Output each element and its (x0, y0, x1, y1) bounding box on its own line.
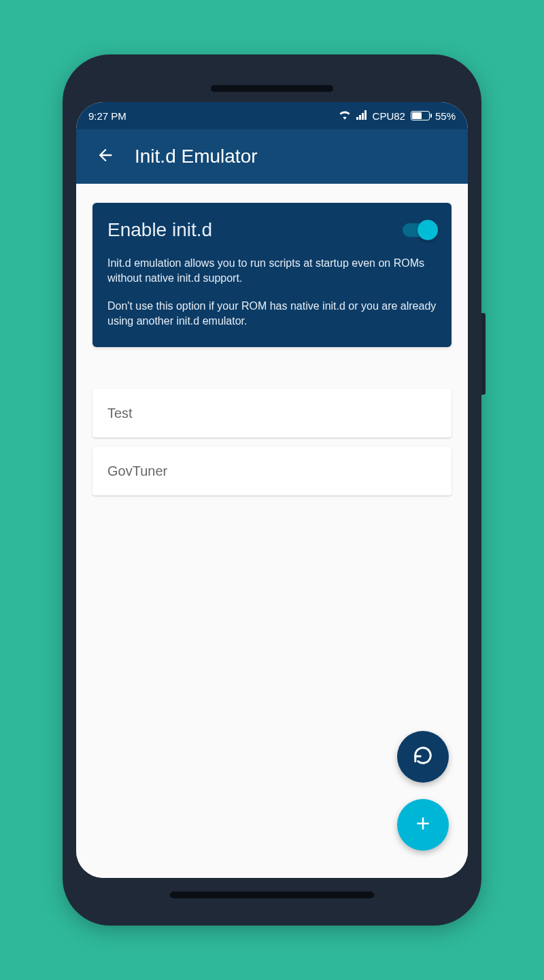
enable-initd-toggle[interactable] (403, 223, 437, 237)
screen: 9:27 PM CPU82 55% Init.d Emulator (76, 102, 468, 878)
card-description: Init.d emulation allows you to run scrip… (107, 256, 437, 329)
script-item[interactable]: Test (92, 389, 452, 438)
svg-rect-0 (356, 117, 358, 120)
card-title: Enable init.d (107, 219, 212, 241)
back-button[interactable] (91, 142, 120, 171)
content: Enable init.d Init.d emulation allows yo… (76, 184, 468, 878)
refresh-fab[interactable] (397, 731, 449, 783)
app-bar: Init.d Emulator (76, 129, 468, 184)
script-item-label: Test (107, 406, 133, 421)
battery-icon (411, 111, 430, 120)
status-bar: 9:27 PM CPU82 55% (76, 102, 468, 129)
card-desc-line2: Don't use this option if your ROM has na… (107, 299, 437, 329)
script-item[interactable]: GovTuner (92, 447, 452, 495)
status-cpu: CPU82 (373, 110, 405, 122)
phone-nav-bar (170, 892, 374, 898)
card-desc-line1: Init.d emulation allows you to run scrip… (107, 256, 437, 287)
svg-rect-3 (364, 110, 367, 120)
add-fab[interactable] (397, 799, 449, 851)
phone-speaker (211, 85, 333, 92)
card-header: Enable init.d (107, 219, 437, 241)
arrow-left-icon (96, 146, 115, 167)
plus-icon (413, 813, 433, 836)
status-time: 9:27 PM (88, 110, 126, 122)
script-item-label: GovTuner (107, 463, 167, 478)
refresh-icon (413, 745, 433, 768)
toggle-knob (418, 220, 438, 240)
signal-icon (356, 110, 367, 122)
svg-rect-2 (362, 113, 364, 120)
svg-rect-1 (359, 115, 361, 120)
page-title: Init.d Emulator (135, 146, 258, 167)
spacer (92, 347, 452, 380)
enable-initd-card: Enable init.d Init.d emulation allows yo… (92, 203, 452, 347)
status-right: CPU82 55% (339, 110, 456, 122)
phone-frame: 9:27 PM CPU82 55% Init.d Emulator (63, 54, 481, 926)
wifi-icon (339, 110, 351, 122)
status-battery-pct: 55% (435, 110, 456, 122)
